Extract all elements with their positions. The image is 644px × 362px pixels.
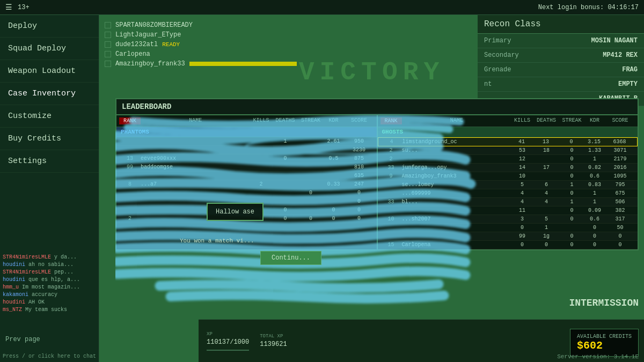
table-row: 33junforga...opy14 1700.82 2016 (378, 164, 638, 172)
sidebar-item-squad-deploy[interactable]: Squad Deploy (0, 38, 99, 60)
table-row: 9Amazingboy_frank310 00.6 1095 (378, 172, 638, 181)
loadout-grenade-value: FRAG (622, 66, 638, 73)
loadout-secondary: Secondary MP412 REX (478, 48, 644, 63)
loadout-grenade-label: Grenade (484, 66, 511, 73)
player-name: Amazingboy_frank33 (115, 60, 185, 68)
player-row: SPARTAN08ZOMBIEREADY (105, 20, 472, 30)
sidebar-item-case-inventory[interactable]: Case Inventory (0, 83, 99, 105)
table-row: 8...a72 0.33 247 (116, 180, 377, 189)
table-row: 3230 (116, 146, 377, 154)
table-row: 212 01 2179 (378, 155, 638, 164)
sidebar-item-customize[interactable]: Customize (0, 105, 99, 128)
won-message: You won a match vi... (180, 238, 254, 244)
player-checkbox (105, 32, 111, 38)
table-row: 4limstandground_oc41 1303.15 6368 (378, 137, 638, 146)
chat-line: STR4N1miresLMLE y da... (3, 254, 97, 261)
prev-page-button[interactable]: Prev page (5, 336, 40, 343)
team-label-ghosts: GHOSTS (378, 127, 638, 137)
col-deaths: DEATHS (272, 117, 299, 124)
player-bar (189, 62, 297, 66)
column-headers-ghosts: RANK NAME KILLS DEATHS STREAK KDR SCORE (378, 115, 638, 127)
sidebar-item-deploy[interactable]: Deploy (0, 15, 99, 38)
table-row: 635 (116, 172, 377, 180)
score: 950 (345, 138, 374, 144)
total-xp-stat: Total XP 1139621 (260, 334, 287, 348)
chat-line: houdini ah no sabia... (3, 261, 97, 269)
table-row: 10...sh20073 500.6 317 (378, 215, 638, 224)
col-name: NAME (141, 117, 251, 124)
col-kdr: KDR (323, 117, 345, 124)
xp-label: XP (207, 331, 249, 337)
chat-line: ms_NTZ My team sucks (3, 306, 97, 314)
intermission-label: INTERMISSION (569, 298, 639, 308)
team-phantoms: RANK NAME KILLS DEATHS STREAK KDR SCORE … (116, 115, 377, 249)
player-checkbox (105, 41, 111, 48)
xp-value: 110137/1000 (207, 338, 249, 346)
deaths: 1 (272, 138, 299, 144)
sidebar: Deploy Squad Deploy Weapon Loadout Case … (0, 15, 99, 362)
player-checkbox (105, 51, 111, 57)
sidebar-item-settings[interactable]: Settings (0, 150, 99, 173)
loadout-extra: nt EMPTY (478, 77, 644, 92)
col-streak-ghost: STREAK (560, 117, 584, 124)
credits-amount: $602 (577, 339, 632, 352)
table-row: 13eevee900xxx 00.5 875 (116, 154, 377, 163)
col-kdr-ghost: KDR (584, 117, 605, 124)
player-name: dude1232atl (115, 41, 158, 48)
col-kills: KILLS (251, 117, 272, 124)
col-rank: RANK (119, 117, 141, 124)
player-row: LightJaguar_EType (105, 30, 472, 40)
loadout-grenade: Grenade FRAG (478, 63, 644, 77)
hamburger-icon[interactable]: ☰ (5, 3, 12, 12)
chat-line: STR4N1miresLMLE pep... (3, 269, 97, 276)
player-ready-badge: READY (162, 41, 180, 48)
table-row: 11 00.09 382 (378, 206, 638, 215)
loadout-primary-value: MOSIN NAGANT (591, 37, 638, 45)
continue-button[interactable]: Continu... (260, 251, 321, 265)
xp-bar (207, 350, 249, 351)
chat-line: houdini AH OK (3, 299, 97, 306)
col-score-ghost: SCORE (605, 117, 635, 124)
leaderboard-content: RANK NAME KILLS DEATHS STREAK KDR SCORE … (116, 115, 638, 249)
col-score: SCORE (345, 117, 374, 124)
total-xp-value: 1139621 (260, 341, 287, 348)
leaderboard: LEADERBOARD RANK NAME KILLS DEATHS STREA… (115, 98, 639, 250)
table-row: 99 1g00 0 (378, 232, 638, 241)
player-checkbox (105, 61, 111, 67)
loadout-primary-label: Primary (484, 37, 511, 45)
kdr: 2.61 (323, 138, 345, 144)
column-headers-phantoms: RANK NAME KILLS DEATHS STREAK KDR SCORE (116, 115, 377, 127)
chat-area: STR4N1miresLMLE y da... houdini ah no sa… (0, 251, 99, 316)
table-row: se...lomey5 610.83 795 (378, 181, 638, 189)
chat-line: kakamoni accuracy (3, 291, 97, 299)
table-row: ...6999994 401 675 (378, 189, 638, 198)
player-name: LightJaguar_EType (115, 31, 181, 39)
col-streak: STREAK (299, 117, 323, 124)
col-deaths-ghost: DEATHS (533, 117, 560, 124)
col-rank-ghost: RANK (380, 117, 402, 124)
col-name-ghost: NAME (402, 117, 512, 124)
total-xp-label: Total XP (260, 334, 287, 339)
sidebar-item-buy-credits[interactable]: Buy Credits (0, 128, 99, 150)
xp-stat: XP 110137/1000 (207, 331, 249, 351)
player-checkbox (105, 22, 111, 28)
game-background: VICTORY SPARTAN08ZOMBIEREADY LightJaguar… (99, 15, 644, 362)
table-row: 99baddoomgse 810 (116, 163, 377, 172)
table-row: 15Carlopena0 000 0 (378, 241, 638, 249)
leaderboard-header: LEADERBOARD (116, 99, 638, 115)
table-row: 0 0 (116, 189, 377, 197)
victory-text: VICTORY (299, 58, 445, 87)
loadout-extra-value: EMPTY (618, 80, 638, 88)
loadout-secondary-label: Secondary (484, 51, 519, 59)
table-row: 1 2.61 950 (116, 137, 377, 146)
player-name: Carlopena (115, 50, 150, 58)
player-row: dude1232atl READY (105, 40, 472, 49)
credits-label: AVAILABLE CREDITS (577, 334, 632, 339)
hallow-popup: Hallow ase (207, 203, 264, 221)
loadout-extra-label: nt (484, 80, 492, 88)
chat-line: hmm_u Im most magazin... (3, 284, 97, 291)
team-ghosts: RANK NAME KILLS DEATHS STREAK KDR SCORE … (377, 115, 638, 249)
table-row: 2su...53 1801.33 3071 (378, 146, 638, 155)
sidebar-item-weapon-loadout[interactable]: Weapon Loadout (0, 60, 99, 83)
player-count: 13+ (18, 4, 30, 11)
